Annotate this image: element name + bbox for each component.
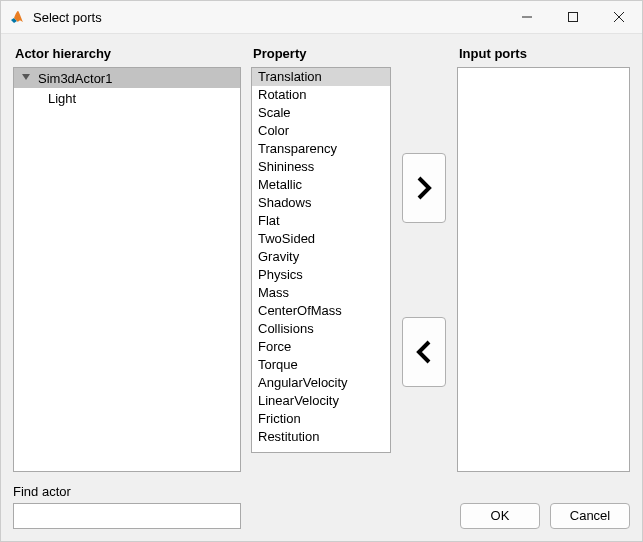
find-actor-area: Find actor <box>13 484 241 529</box>
find-actor-input[interactable] <box>13 503 241 529</box>
input-ports-column: Input ports <box>457 46 630 472</box>
tree-root-row[interactable]: Sim3dActor1 <box>14 68 240 88</box>
property-item[interactable]: Gravity <box>252 248 390 266</box>
property-item[interactable]: CenterOfMass <box>252 302 390 320</box>
property-item[interactable]: Flat <box>252 212 390 230</box>
svg-marker-4 <box>22 74 30 80</box>
tree-root-label: Sim3dActor1 <box>38 71 112 86</box>
select-ports-dialog: Select ports Actor hierarchy Sim3 <box>0 0 643 542</box>
remove-button[interactable] <box>402 317 446 387</box>
tree-expand-icon[interactable] <box>20 72 32 84</box>
property-item[interactable]: Transparency <box>252 140 390 158</box>
cancel-button[interactable]: Cancel <box>550 503 630 529</box>
transfer-buttons-column: . <box>401 46 447 472</box>
property-list[interactable]: TranslationRotationScaleColorTransparenc… <box>251 67 391 453</box>
input-ports-list[interactable] <box>457 67 630 472</box>
property-item[interactable]: Physics <box>252 266 390 284</box>
property-item[interactable]: Friction <box>252 410 390 428</box>
property-item[interactable]: Metallic <box>252 176 390 194</box>
close-button[interactable] <box>596 1 642 33</box>
property-item[interactable]: Shadows <box>252 194 390 212</box>
actor-hierarchy-heading: Actor hierarchy <box>13 46 241 61</box>
property-item[interactable]: Translation <box>252 68 390 86</box>
add-button[interactable] <box>402 153 446 223</box>
chevron-right-icon <box>415 174 433 202</box>
property-item[interactable]: Force <box>252 338 390 356</box>
property-item[interactable]: Color <box>252 122 390 140</box>
minimize-button[interactable] <box>504 1 550 33</box>
window-title: Select ports <box>33 10 102 25</box>
input-ports-heading: Input ports <box>457 46 630 61</box>
bottom-bar: Find actor OK Cancel <box>13 484 630 529</box>
property-item[interactable]: Restitution <box>252 428 390 446</box>
property-column: Property TranslationRotationScaleColorTr… <box>251 46 391 472</box>
property-item[interactable]: Collisions <box>252 320 390 338</box>
svg-rect-1 <box>569 13 578 22</box>
property-item[interactable]: TwoSided <box>252 230 390 248</box>
maximize-button[interactable] <box>550 1 596 33</box>
property-item[interactable]: Shininess <box>252 158 390 176</box>
ok-button[interactable]: OK <box>460 503 540 529</box>
titlebar: Select ports <box>1 1 642 34</box>
tree-child-label: Light <box>48 91 76 106</box>
actor-hierarchy-column: Actor hierarchy Sim3dActor1 Light <box>13 46 241 472</box>
property-item[interactable]: AngularVelocity <box>252 374 390 392</box>
dialog-body: Actor hierarchy Sim3dActor1 Light Proper… <box>1 34 642 541</box>
property-item[interactable]: Mass <box>252 284 390 302</box>
chevron-left-icon <box>415 338 433 366</box>
property-item[interactable]: Rotation <box>252 86 390 104</box>
tree-child-row[interactable]: Light <box>14 88 240 108</box>
property-item[interactable]: Scale <box>252 104 390 122</box>
actor-hierarchy-tree[interactable]: Sim3dActor1 Light <box>13 67 241 472</box>
property-item[interactable]: Torque <box>252 356 390 374</box>
matlab-icon <box>9 9 25 25</box>
property-item[interactable]: LinearVelocity <box>252 392 390 410</box>
columns: Actor hierarchy Sim3dActor1 Light Proper… <box>13 46 630 472</box>
find-actor-label: Find actor <box>13 484 241 499</box>
property-heading: Property <box>251 46 391 61</box>
